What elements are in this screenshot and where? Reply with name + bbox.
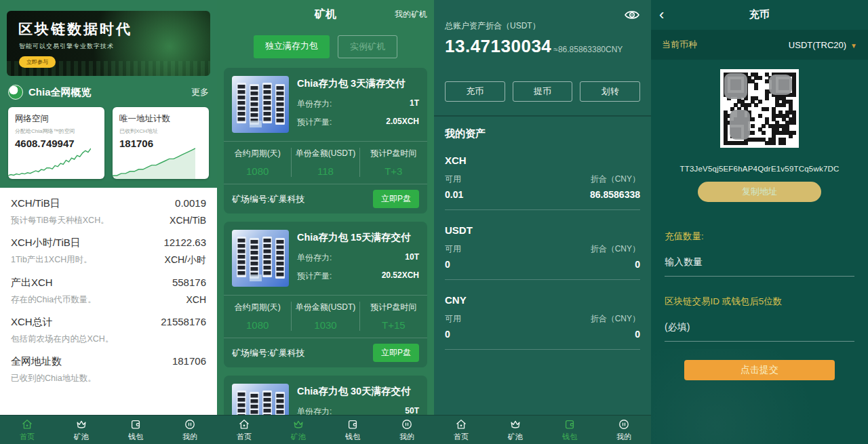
asset-row-xch[interactable]: XCH 可用折合（CNY） 0.0186.8586338 [445, 155, 640, 210]
my-assets-title: 我的资产 [445, 127, 640, 140]
banner-cta-button[interactable]: 立即参与 [19, 56, 56, 68]
stat-desc: 1Tib产出1XCH用时。 [11, 254, 92, 266]
pool-icon [292, 418, 305, 431]
col-value: 1080 [224, 319, 291, 331]
nav-item-profile[interactable]: 我的 [380, 416, 434, 444]
power-value: 10T [405, 252, 419, 264]
qr-blur-patch [730, 110, 750, 140]
nav-item-label: 矿池 [508, 432, 523, 442]
txid-input[interactable] [665, 308, 854, 342]
nav-item-wallet[interactable]: 钱包 [108, 416, 163, 444]
cny-label: 折合（CNY） [591, 243, 640, 255]
nav-item-wallet[interactable]: 钱包 [542, 416, 597, 444]
banner-subtitle: 智能可以交易引擎专业数字技术 [19, 42, 210, 51]
home-screen: 区块链数据时代 智能可以交易引擎专业数字技术 立即参与 Chia全网概览 更多 … [0, 0, 217, 444]
withdraw-button[interactable]: 提币 [513, 81, 573, 102]
home-icon [454, 418, 468, 431]
plot-now-button[interactable]: 立即P盘 [373, 190, 419, 208]
avail-label: 可用 [445, 313, 461, 325]
amount-input[interactable] [665, 243, 854, 277]
cny-label: 折合（CNY） [591, 313, 640, 325]
miner-card[interactable]: Chia存力包 3天满存交付 单份存力:1T 预计产量:2.05XCH 合约周期… [224, 68, 427, 214]
nav-item-label: 矿池 [74, 432, 89, 442]
submit-button[interactable]: 点击提交 [684, 360, 835, 380]
stat-unit: XCH [186, 294, 206, 306]
netspace-card[interactable]: 网络空间 分配给Chia网络™的空间 4608.749947 [8, 107, 104, 179]
profile-icon [617, 418, 631, 431]
currency-label: 当前币种 [662, 39, 697, 51]
deposit-button[interactable]: 充币 [445, 81, 505, 102]
miners-screen: 矿机 我的矿机 独立满存力包 实例矿机 Chia存力包 3天满存交付 单份存力:… [217, 0, 434, 444]
nav-item-label: 首页 [454, 432, 469, 442]
overview-more-link[interactable]: 更多 [191, 86, 209, 98]
nav-item-pool[interactable]: 矿池 [54, 416, 108, 444]
qr-code [720, 69, 799, 148]
stat-row: XCH/TiB日0.0019 预计每TiB每天种植XCH。XCH/TiB [0, 188, 217, 227]
bottom-nav: 首页 矿池 钱包 我的 [0, 415, 217, 444]
col-value: 118 [292, 165, 359, 177]
nav-item-label: 首页 [20, 432, 35, 442]
home-icon [20, 418, 34, 431]
promo-banner[interactable]: 区块链数据时代 智能可以交易引擎专业数字技术 立即参与 [7, 11, 210, 76]
miner-card[interactable]: Chia存力包 15天满存交付 单份存力:10T 预计产量:20.52XCH 合… [224, 222, 427, 367]
stat-value: 0.0019 [175, 197, 206, 210]
nav-item-home[interactable]: 首页 [217, 416, 271, 444]
col-label: 单份金额(USDT) [292, 148, 359, 159]
nav-item-label: 矿池 [291, 432, 306, 442]
row-divider [445, 349, 640, 350]
avail-value: 0.01 [445, 189, 463, 200]
stat-label: 产出XCH [11, 277, 53, 289]
currency-selector[interactable]: 当前币种 USDT(TRC20)▼ [651, 30, 868, 60]
wallet-screen: 总账户资产折合（USDT） 13.47130034 ≈86.85863380CN… [434, 0, 651, 444]
col-label: 单份金额(USDT) [292, 302, 359, 313]
stat-row: XCH小时/TiB日12122.63 1Tib产出1XCH用时。XCH/小时 [0, 227, 217, 267]
stat-desc: 存在的Chia代币数量。 [11, 294, 96, 306]
banner-title: 区块链数据时代 [18, 20, 210, 39]
miner-card-title: Chia存力包 30天满存交付 [297, 385, 419, 398]
card-title: 网络空间 [15, 113, 98, 125]
toggle-visibility-button[interactable] [624, 8, 642, 23]
stat-label: XCH小时/TiB日 [11, 237, 81, 249]
currency-value[interactable]: USDT(TRC20)▼ [789, 40, 857, 50]
address-count-card[interactable]: 唯一地址计数 已收到XCH地址 181706 [113, 107, 209, 179]
chevron-down-icon: ▼ [850, 42, 857, 49]
amount-label: 充值数量: [665, 230, 854, 243]
card-title: 唯一地址计数 [119, 113, 202, 125]
nav-item-profile[interactable]: 我的 [597, 416, 651, 444]
wallet-icon [129, 418, 142, 431]
col-value: T+3 [360, 165, 427, 177]
nav-item-pool[interactable]: 矿池 [488, 416, 542, 444]
asset-row-usdt[interactable]: USDT 可用折合（CNY） 00 [445, 224, 640, 280]
asset-symbol: CNY [445, 294, 640, 306]
nav-item-wallet[interactable]: 钱包 [326, 416, 380, 444]
nav-item-profile[interactable]: 我的 [163, 416, 217, 444]
total-assets-value: 13.47130034 [445, 36, 551, 57]
col-value: 1080 [224, 165, 291, 177]
tab-instance-miner[interactable]: 实例矿机 [338, 35, 397, 58]
nav-item-pool[interactable]: 矿池 [271, 416, 326, 444]
miner-card-title: Chia存力包 15天满存交付 [297, 231, 419, 244]
tab-storage-pack[interactable]: 独立满存力包 [254, 35, 330, 58]
avail-label: 可用 [445, 243, 461, 255]
power-value: 1T [410, 98, 419, 110]
nav-item-label: 我的 [616, 432, 631, 442]
transfer-button[interactable]: 划转 [580, 81, 640, 102]
copy-address-button[interactable]: 复制地址 [698, 182, 821, 202]
nav-item-label: 我的 [399, 432, 414, 442]
qr-blur-patch [724, 73, 747, 99]
nav-item-home[interactable]: 首页 [0, 416, 54, 444]
cny-label: 折合（CNY） [591, 174, 640, 185]
plot-now-button[interactable]: 立即P盘 [373, 344, 419, 362]
bottom-nav: 首页 矿池 钱包 我的 [434, 415, 651, 444]
asset-symbol: USDT [445, 224, 640, 236]
stat-unit: XCH/TiB [170, 215, 206, 226]
card-subtitle: 已收到XCH地址 [119, 127, 202, 135]
wallet-icon [563, 418, 576, 431]
nav-item-home[interactable]: 首页 [434, 416, 488, 444]
row-divider [445, 279, 640, 280]
asset-row-cny[interactable]: CNY 可用折合（CNY） 00 [445, 294, 640, 350]
back-icon[interactable]: ‹ [659, 5, 664, 24]
stat-desc: 预计每TiB每天种植XCH。 [11, 215, 109, 226]
my-miners-link[interactable]: 我的矿机 [395, 9, 427, 20]
card-subtitle: 分配给Chia网络™的空间 [15, 127, 98, 135]
